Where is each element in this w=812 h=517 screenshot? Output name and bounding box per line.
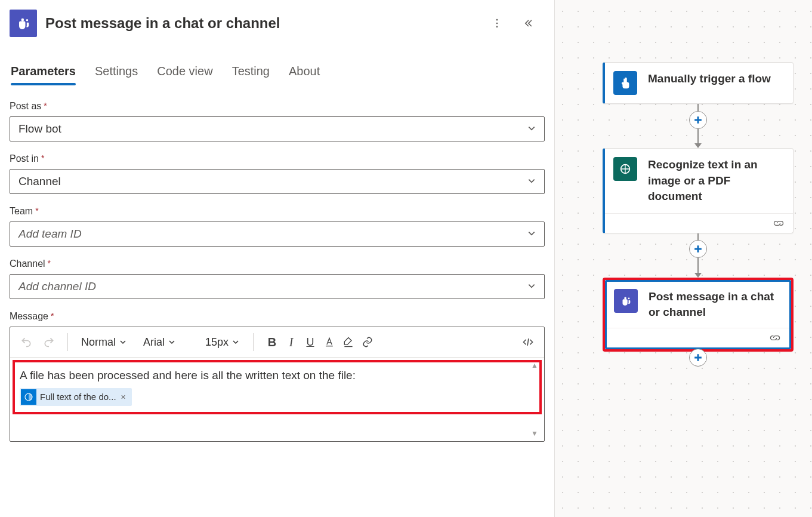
add-step-button[interactable] (689, 240, 707, 258)
token-remove-button[interactable]: × (120, 392, 127, 402)
tab-settings[interactable]: Settings (95, 61, 138, 84)
undo-button[interactable] (17, 332, 35, 352)
annotation-highlight: A file has been processed and here is al… (13, 360, 542, 414)
connector (603, 233, 794, 278)
connector (603, 104, 794, 148)
tabs: Parameters Settings Code view Testing Ab… (10, 43, 545, 84)
required-asterisk: * (48, 258, 51, 268)
label-text: Post as (10, 101, 41, 112)
rich-text-editor: Normal Arial 15px B I U (10, 327, 545, 442)
toolbar-separator (253, 333, 254, 351)
editor-toolbar: Normal Arial 15px B I U (10, 327, 544, 358)
svg-point-2 (496, 26, 498, 28)
header-actions (487, 14, 545, 33)
editor-content[interactable]: A file has been processed and here is al… (10, 358, 544, 441)
touch-icon (613, 71, 637, 95)
chevron-down-icon (527, 280, 536, 293)
collapse-panel-button[interactable] (518, 14, 538, 33)
toolbar-separator (67, 333, 68, 351)
chevron-down-icon (527, 175, 536, 188)
label-text: Channel (10, 258, 45, 269)
size-select[interactable]: 15px (202, 336, 243, 349)
node-footer (605, 213, 793, 233)
tab-testing[interactable]: Testing (232, 61, 270, 84)
label-text: Team (10, 206, 33, 217)
required-asterisk: * (51, 311, 54, 321)
select-value: Arial (143, 336, 165, 349)
select-value: 15px (205, 336, 229, 349)
action-config-panel: Post message in a chat or channel Parame… (0, 0, 555, 517)
dropdown-post-as[interactable]: Flow bot (10, 116, 545, 141)
label-text: Message (10, 311, 48, 322)
node-title: Manually trigger a flow (648, 71, 771, 87)
label-team: Team * (10, 206, 39, 217)
dropdown-channel[interactable]: Add channel ID (10, 274, 545, 299)
teams-icon (614, 289, 638, 313)
dropdown-value: Channel (18, 175, 61, 188)
dynamic-content-token[interactable]: Full text of the do... × (20, 388, 132, 406)
node-footer (607, 328, 789, 347)
flow-node-trigger[interactable]: Manually trigger a flow (603, 62, 794, 104)
token-label: Full text of the do... (40, 392, 116, 402)
chevron-down-icon (527, 122, 536, 136)
field-post-in: Post in * Channel (10, 153, 545, 194)
scroll-indicator: ▲▼ (531, 358, 542, 441)
link-icon (769, 333, 781, 343)
flow-canvas[interactable]: Manually trigger a flow Recognize text i… (555, 0, 812, 517)
label-post-as: Post as * (10, 101, 47, 112)
field-post-as: Post as * Flow bot (10, 101, 545, 141)
label-channel: Channel * (10, 258, 51, 269)
label-post-in: Post in * (10, 153, 44, 164)
label-message: Message * (10, 311, 54, 322)
link-icon (773, 219, 785, 228)
panel-title: Post message in a chat or channel (45, 15, 479, 32)
dropdown-post-in[interactable]: Channel (10, 169, 545, 194)
flow-node-post-message[interactable]: Post message in a chat or channel (603, 278, 794, 352)
field-team: Team * Add team ID (10, 206, 545, 247)
flow-column: Manually trigger a flow Recognize text i… (603, 62, 794, 376)
font-select[interactable]: Arial (140, 336, 193, 349)
message-text: A file has been processed and here is al… (20, 367, 535, 384)
required-asterisk: * (44, 101, 47, 110)
code-view-toggle[interactable] (519, 332, 537, 352)
dropdown-value: Flow bot (18, 122, 61, 136)
svg-point-0 (496, 19, 498, 21)
dropdown-placeholder: Add team ID (18, 227, 82, 241)
field-channel: Channel * Add channel ID (10, 258, 545, 299)
underline-button[interactable]: U (301, 332, 319, 352)
field-message: Message * Normal Arial 15px (10, 311, 545, 442)
bold-button[interactable]: B (263, 332, 281, 352)
svg-point-1 (496, 23, 498, 24)
add-step-button[interactable] (689, 111, 707, 129)
highlight-button[interactable] (339, 332, 357, 352)
italic-button[interactable]: I (282, 332, 300, 352)
link-button[interactable] (359, 332, 376, 352)
add-step-button[interactable] (689, 349, 707, 367)
node-title: Post message in a chat or channel (649, 289, 780, 321)
label-text: Post in (10, 153, 39, 164)
dropdown-placeholder: Add channel ID (18, 280, 96, 293)
required-asterisk: * (35, 206, 38, 216)
teams-connector-icon (10, 10, 37, 37)
tab-about[interactable]: About (289, 61, 320, 84)
ai-icon (613, 157, 637, 181)
select-value: Normal (81, 336, 116, 349)
dropdown-team[interactable]: Add team ID (10, 221, 545, 247)
ai-builder-icon (21, 389, 36, 405)
redo-button[interactable] (40, 332, 58, 352)
tab-parameters[interactable]: Parameters (11, 61, 76, 84)
more-options-button[interactable] (487, 14, 507, 33)
chevron-down-icon (527, 227, 536, 241)
font-color-button[interactable] (320, 332, 338, 352)
required-asterisk: * (41, 153, 44, 163)
flow-node-recognize[interactable]: Recognize text in an image or a PDF docu… (603, 148, 794, 233)
panel-header: Post message in a chat or channel (10, 7, 545, 43)
style-select[interactable]: Normal (78, 336, 131, 349)
tab-code-view[interactable]: Code view (157, 61, 212, 84)
node-title: Recognize text in an image or a PDF docu… (648, 157, 782, 205)
